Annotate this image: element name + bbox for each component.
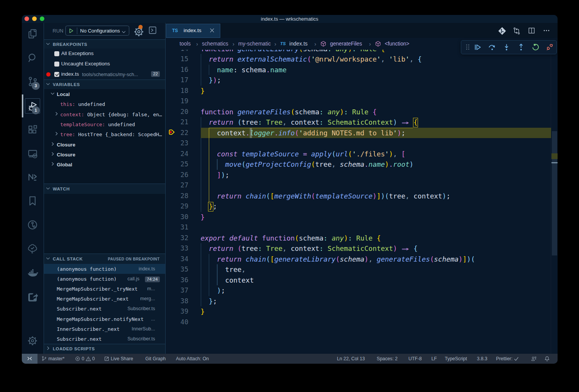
feedback-icon — [531, 355, 537, 364]
code-line-39: } — [201, 306, 205, 317]
status-eol[interactable]: LF — [431, 354, 437, 364]
call-stack-frame[interactable]: MergeMapSubscriber._nextmerg... — [44, 294, 165, 304]
status-branch[interactable]: master* — [41, 354, 65, 364]
call-stack-frame[interactable]: (anonymous function)call.js74:24 — [44, 274, 165, 284]
breadcrumb-item[interactable]: <function> — [385, 38, 409, 50]
search-icon — [27, 52, 38, 63]
activity-bar-item-docker[interactable] — [22, 262, 44, 283]
chevron-down-icon — [46, 81, 50, 88]
live-share-icon — [104, 355, 109, 364]
editor-group: TS index.ts tools›schematics›my-schemati… — [166, 23, 558, 354]
frame-name: Subscriber.next — [57, 336, 102, 342]
chevron-right-icon — [46, 345, 50, 352]
section-header-call-stack[interactable]: CALL STACK PAUSED ON BREAKPOINT — [44, 254, 165, 264]
status-cursor-position[interactable]: Ln 22, Col 13 — [337, 354, 365, 364]
status-ts-version[interactable]: 3.8.3 — [477, 354, 487, 364]
status-problems[interactable]: 0 0 — [75, 354, 95, 364]
configure-gear-icon[interactable] — [133, 26, 142, 35]
variable-row[interactable]: this: undefined — [44, 99, 165, 109]
breadcrumb-item[interactable]: tools — [180, 38, 191, 50]
activity-bar-item-source-control[interactable]: 3 — [22, 71, 44, 92]
grip-icon — [464, 43, 472, 52]
breadcrumb-item[interactable]: my-schematic — [238, 38, 271, 50]
activity-bar-item-todo-tree[interactable] — [22, 238, 44, 259]
restart-icon[interactable] — [532, 43, 540, 52]
section-header-watch[interactable]: WATCH — [44, 184, 165, 194]
step-out-icon[interactable] — [517, 43, 525, 52]
status-notifications[interactable] — [544, 354, 550, 364]
call-stack-frame[interactable]: (anonymous function)index.ts — [44, 264, 165, 274]
disconnect-icon[interactable] — [546, 43, 554, 52]
status-feedback[interactable] — [531, 354, 537, 364]
git-graph-icon[interactable] — [498, 27, 505, 34]
variable-row[interactable]: templateSource: undefined — [44, 119, 165, 129]
section-header-breakpoints[interactable]: BREAKPOINTS — [44, 39, 165, 49]
status-language[interactable]: TypeScript — [445, 354, 467, 364]
compare-changes-icon[interactable] — [512, 27, 520, 34]
breadcrumb-separator: › — [314, 38, 316, 50]
activity-bar-item-search[interactable] — [22, 47, 44, 68]
code-line-38: }; — [201, 296, 217, 307]
breakpoint-checkbox[interactable] — [54, 62, 60, 67]
activity-bar-item-git-history[interactable] — [22, 214, 44, 236]
call-stack-frame[interactable]: Subscriber.nextSubscriber.ts — [44, 334, 165, 344]
breakpoint-checkbox[interactable] — [54, 51, 60, 57]
badge: 1 — [32, 106, 40, 114]
status-encoding[interactable]: UTF-8 — [408, 354, 422, 364]
variable-row[interactable]: context: Object {debug: false, en… — [44, 109, 165, 119]
section-header-loaded-scripts[interactable]: LOADED SCRIPTS — [44, 344, 165, 354]
vertical-scrollbar[interactable] — [552, 131, 557, 255]
call-stack-frame[interactable]: MergeMapSubscriber.notifyNext... — [44, 314, 165, 324]
code-editor[interactable]: 14function generateLibrary(schema: any):… — [166, 50, 558, 354]
bell-icon — [544, 355, 550, 364]
debug-breakpoint-arrow-icon[interactable] — [169, 129, 175, 135]
breakpoint-row[interactable]: Uncaught Exceptions — [44, 59, 165, 69]
remote-indicator[interactable] — [22, 354, 37, 364]
variable-row[interactable]: Local — [44, 89, 165, 99]
breakpoint-row[interactable]: All Exceptions — [44, 49, 165, 59]
more-actions-icon[interactable] — [543, 27, 550, 34]
breakpoint-label: Uncaught Exceptions — [61, 61, 110, 67]
line-number: 37 — [166, 285, 189, 296]
section-header-variables[interactable]: VARIABLES — [44, 80, 165, 89]
breakpoint-row[interactable]: index.tstools/schematics/my-sch...22 — [44, 69, 165, 80]
activity-bar-item-nx-console[interactable] — [22, 166, 44, 188]
breakpoint-label: index.ts — [61, 71, 79, 77]
activity-bar-item-bookmarks[interactable] — [22, 190, 44, 211]
breadcrumb-item[interactable]: generateFiles — [330, 38, 362, 50]
split-editor-icon[interactable] — [528, 27, 535, 34]
call-stack-frame[interactable]: Subscriber.nextSubscriber.ts — [44, 304, 165, 314]
watch-list — [44, 194, 165, 254]
frame-file: Subscriber.ts — [127, 306, 155, 311]
debug-console-icon[interactable] — [149, 26, 156, 34]
status-git-graph[interactable]: Git Graph — [145, 354, 166, 364]
badge: 3 — [32, 82, 40, 90]
breadcrumb-item[interactable]: index.ts — [290, 38, 308, 50]
scope-label: Closure — [57, 142, 75, 147]
activity-bar-item-remote-explorer[interactable] — [22, 143, 44, 164]
step-over-icon[interactable] — [488, 43, 496, 52]
launch-configuration-dropdown[interactable]: No Configurations — [65, 26, 129, 36]
variable-row[interactable]: Closure — [44, 150, 165, 159]
variable-row[interactable]: tree: HostTree {_backend: ScopedH… — [44, 129, 165, 139]
call-stack-frame[interactable]: MergeMapSubscriber._tryNextm... — [44, 284, 165, 294]
activity-bar-item-extensions[interactable] — [22, 119, 44, 140]
breadcrumb-item[interactable]: schematics — [202, 38, 228, 50]
status-indentation[interactable]: Spaces: 2 — [377, 354, 398, 364]
status-live-share[interactable]: Live Share — [104, 354, 133, 364]
share-icon — [27, 291, 38, 303]
activity-bar-item-share[interactable] — [22, 286, 44, 307]
line-number: 23 — [166, 138, 189, 149]
continue-icon[interactable] — [473, 43, 482, 52]
variable-row[interactable]: Global — [44, 159, 165, 169]
status-auto-attach[interactable]: Auto Attach: On — [176, 354, 209, 364]
breakpoint-checkbox[interactable] — [54, 72, 60, 77]
start-debugging-icon[interactable] — [68, 28, 74, 35]
variable-row[interactable]: Closure — [44, 139, 165, 149]
status-prettier[interactable]: Prettier: — [496, 354, 519, 364]
activity-bar-item-manage[interactable] — [22, 333, 44, 348]
call-stack-frame[interactable]: InnerSubscriber._nextInnerSub... — [44, 324, 165, 334]
activity-bar-item-explorer[interactable] — [22, 23, 44, 44]
activity-bar-item-run-debug[interactable]: 1 — [22, 95, 44, 117]
step-into-icon[interactable] — [503, 43, 511, 52]
